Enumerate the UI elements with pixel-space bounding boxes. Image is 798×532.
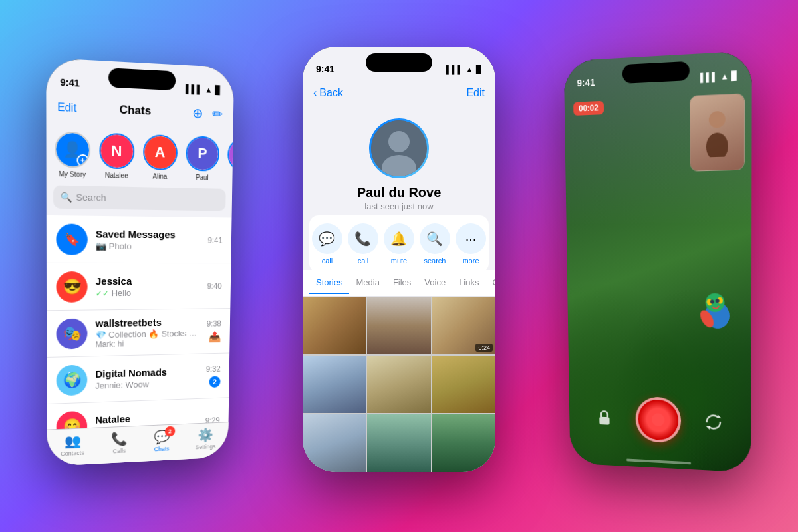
story-label-natalee: Natalee — [104, 171, 128, 179]
profile-status: last seen just now — [364, 201, 433, 211]
chats-tab-label: Chats — [154, 445, 169, 452]
record-button[interactable] — [636, 396, 682, 444]
action-more[interactable]: ··· more — [456, 223, 486, 265]
chat-nomads[interactable]: 🌍 Digital Nomads Jennie: Woow 9:32 2 — [47, 353, 229, 404]
media-cell-4[interactable] — [367, 356, 430, 414]
dynamic-island-2 — [366, 53, 432, 72]
svg-marker-14 — [718, 414, 722, 418]
video-timer: 00:02 — [573, 101, 604, 116]
action-call-label-2: call — [358, 257, 369, 265]
new-group-icon[interactable]: ⊕ — [192, 105, 203, 122]
tab-calls[interactable]: 📞 Calls — [111, 430, 128, 454]
wifi-icon-3: ▲ — [721, 72, 729, 82]
status-time-2: 9:41 — [316, 64, 334, 74]
pip-person-icon — [704, 108, 732, 157]
tab-gifs[interactable]: GIFs — [486, 272, 495, 294]
calls-tab-icon: 📞 — [111, 430, 128, 446]
chat-meta-jessica: 9:40 — [207, 281, 221, 291]
story-avatar-paul[interactable]: P — [185, 136, 219, 172]
svg-rect-12 — [599, 417, 609, 425]
chat-content-saved: Saved Messages 📷 Photo — [96, 228, 200, 251]
story-label-alina: Alina — [152, 172, 167, 180]
video-controls — [569, 394, 751, 447]
media-tabs: Stories Media Files Voice Links GIFs — [303, 270, 495, 297]
chat-wsb[interactable]: 🎭 wallstreetbets 💎 Collection 🔥 Stocks 😂… — [47, 309, 230, 358]
chat-time-nomads: 9:32 — [205, 364, 220, 374]
chat-content-jessica: Jessica ✓✓ Hello — [95, 275, 199, 298]
story-avatar-emma-inner: E — [228, 138, 233, 171]
story-emma[interactable]: E Emma — [226, 137, 233, 182]
story-paul[interactable]: P Paul — [184, 135, 220, 181]
action-call[interactable]: 📞 call — [348, 223, 378, 265]
chat-jessica[interactable]: 😎 Jessica ✓✓ Hello 9:40 — [47, 263, 231, 311]
profile-header: Paul du Rove last seen just now — [303, 108, 495, 219]
svg-point-4 — [706, 132, 728, 158]
my-story-item[interactable]: 👤 + My Story — [53, 131, 91, 178]
action-search[interactable]: 🔍 search — [420, 223, 450, 265]
tab-voice[interactable]: Voice — [418, 272, 452, 294]
wifi-icon: ▲ — [205, 85, 213, 95]
add-story-plus[interactable]: + — [76, 154, 89, 166]
contacts-tab-label: Contacts — [61, 449, 84, 457]
chat-list: 🔖 Saved Messages 📷 Photo 9:41 😎 Jessica … — [46, 215, 231, 430]
status-icons-1: ▌▌▌ ▲ ▊ — [186, 84, 221, 96]
search-placeholder: Search — [76, 192, 106, 203]
tab-chats-active[interactable]: 💬 Chats 2 — [154, 428, 170, 452]
tab-links[interactable]: Links — [452, 272, 485, 294]
search-icon: 🔍 — [60, 192, 72, 203]
chat-preview-nomads: Jennie: Woow — [95, 378, 198, 390]
media-grid: 0:24 — [303, 297, 495, 472]
profile-edit-button[interactable]: Edit — [466, 87, 485, 99]
chat-saved-messages[interactable]: 🔖 Saved Messages 📷 Photo 9:41 — [46, 215, 231, 263]
chats-screen: 9:41 ▌▌▌ ▲ ▊ Edit Chats ⊕ ✏ 👤 + My — [46, 58, 234, 466]
chat-time-saved: 9:41 — [207, 235, 222, 245]
svg-marker-15 — [706, 426, 710, 430]
media-cell-6[interactable] — [303, 414, 366, 472]
search-bar[interactable]: 🔍 Search — [53, 185, 226, 211]
story-alina[interactable]: A Alina — [142, 134, 178, 180]
chat-meta-wsb: 9:38 📤 — [206, 319, 221, 343]
call-icon: 📞 — [354, 231, 371, 247]
parrot-svg — [694, 289, 741, 334]
tab-settings[interactable]: ⚙️ Settings — [195, 426, 215, 450]
chat-time-jessica: 9:40 — [207, 281, 221, 291]
avatar-svg — [371, 120, 427, 176]
media-cell-1[interactable] — [367, 297, 430, 354]
unread-badge-nomads: 2 — [209, 376, 220, 388]
media-cell-5[interactable] — [432, 356, 495, 414]
action-video-call[interactable]: 💬 call — [312, 223, 342, 265]
my-story-avatar[interactable]: 👤 + — [54, 131, 90, 168]
story-avatar-natalee[interactable]: N — [99, 132, 134, 169]
action-mute[interactable]: 🔔 mute — [384, 223, 414, 265]
chat-avatar-wsb: 🎭 — [56, 318, 87, 349]
story-avatar-alina[interactable]: A — [142, 134, 177, 170]
parrot-decoration — [694, 289, 742, 342]
pip-window[interactable] — [690, 93, 745, 171]
chats-header-icons: ⊕ ✏ — [192, 105, 223, 122]
record-icon — [648, 410, 668, 430]
tab-media[interactable]: Media — [349, 272, 386, 294]
call-icon-circle: 📞 — [348, 223, 378, 254]
story-natalee[interactable]: N Natalee — [98, 132, 135, 179]
chat-meta-nomads: 9:32 2 — [205, 364, 221, 388]
tab-files[interactable]: Files — [386, 272, 418, 294]
story-avatar-emma[interactable]: E — [227, 137, 233, 172]
media-cell-2[interactable]: 0:24 — [432, 297, 495, 354]
tab-stories[interactable]: Stories — [309, 272, 349, 294]
svg-point-13 — [652, 413, 665, 426]
media-cell-8[interactable] — [432, 414, 495, 472]
svg-point-1 — [388, 131, 410, 152]
edit-button[interactable]: Edit — [57, 101, 76, 114]
media-cell-3[interactable] — [303, 356, 366, 414]
media-cell-7[interactable] — [367, 414, 430, 472]
profile-avatar-ring[interactable] — [369, 118, 429, 178]
back-button[interactable]: ‹ Back — [313, 87, 343, 99]
media-duration: 0:24 — [475, 344, 493, 352]
lock-button[interactable] — [591, 403, 618, 432]
media-cell-0[interactable] — [303, 297, 366, 354]
compose-icon[interactable]: ✏ — [212, 106, 223, 122]
flip-camera-button[interactable] — [699, 407, 728, 437]
more-icon: ··· — [466, 231, 477, 247]
chat-avatar-saved: 🔖 — [56, 223, 87, 255]
tab-contacts[interactable]: 👥 Contacts — [61, 432, 84, 457]
